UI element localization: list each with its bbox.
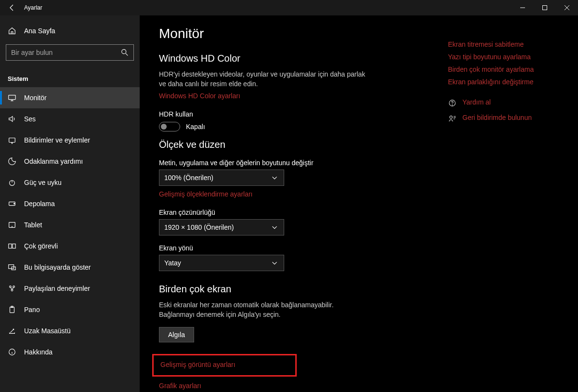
sound-icon [8, 115, 16, 123]
sidebar-item-label: Paylaşılan deneyimler [24, 285, 90, 292]
related-link[interactable]: Yazı tipi boyutunu ayarlama [448, 53, 568, 61]
multi-heading: Birden çok ekran [159, 284, 429, 295]
hdr-toggle-value: Kapalı [186, 123, 205, 131]
sidebar-item-about[interactable]: Hakkında [0, 341, 140, 363]
sidebar-item-label: Uzak Masaüstü [24, 327, 70, 335]
sidebar-item-tablet[interactable]: Tablet [0, 214, 140, 235]
chevron-down-icon [270, 173, 279, 182]
sidebar-item-multitask[interactable]: Çok görevli [0, 235, 140, 257]
clipboard-icon [8, 305, 16, 314]
scale-heading: Ölçek ve düzen [159, 139, 429, 150]
section-label: Sistem [0, 68, 140, 87]
sidebar-item-label: Ses [24, 115, 36, 123]
page-title: Monitör [159, 26, 429, 41]
advanced-display-link[interactable]: Gelişmiş görüntü ayarları [160, 361, 236, 368]
sidebar-item-power[interactable]: Güç ve uyku [0, 172, 140, 193]
help-icon [448, 99, 457, 107]
sidebar: Ana Sayfa Sistem MonitörSesBildirimler v… [0, 15, 140, 392]
related-panel: Ekran titremesi sabitlemeYazı tipi boyut… [448, 15, 578, 392]
sidebar-item-remote[interactable]: Uzak Masaüstü [0, 320, 140, 341]
sidebar-item-label: Bildirimler ve eylemler [24, 136, 90, 144]
feedback-link[interactable]: Geri bildirimde bulunun [462, 114, 532, 121]
hdr-toggle[interactable] [159, 122, 180, 131]
multi-desc: Eski ekranlar her zaman otomatik olarak … [159, 301, 366, 319]
search-input[interactable] [6, 44, 134, 61]
orientation-select[interactable]: Yatay [159, 255, 284, 271]
maximize-button[interactable] [534, 0, 556, 15]
sidebar-item-shared[interactable]: Paylaşılan deneyimler [0, 278, 140, 299]
sidebar-item-label: Monitör [24, 94, 47, 102]
sidebar-item-label: Hakkında [24, 348, 53, 356]
sidebar-item-focus[interactable]: Odaklanma yardımı [0, 151, 140, 172]
power-icon [8, 178, 16, 187]
sidebar-item-clipboard[interactable]: Pano [0, 299, 140, 320]
close-button[interactable] [556, 0, 578, 15]
titlebar: Ayarlar [0, 0, 578, 15]
sidebar-item-label: Tablet [24, 221, 42, 229]
orientation-label: Ekran yönü [159, 244, 429, 252]
sidebar-item-project[interactable]: Bu bilgisayarda göster [0, 257, 140, 278]
nav-list: MonitörSesBildirimler ve eylemlerOdaklan… [0, 87, 140, 392]
svg-point-15 [11, 289, 13, 291]
main-content: Monitör Windows HD Color HDR'yi destekle… [140, 15, 448, 392]
svg-point-6 [14, 203, 15, 204]
remote-icon [8, 327, 16, 335]
chevron-down-icon [270, 259, 279, 267]
chevron-down-icon [270, 223, 279, 232]
related-links: Ekran titremesi sabitlemeYazı tipi boyut… [448, 40, 568, 86]
shared-icon [8, 284, 16, 293]
project-icon [8, 263, 16, 272]
feedback-icon [448, 114, 457, 123]
detect-button[interactable]: Algıla [159, 327, 194, 342]
home-icon [8, 26, 16, 35]
minimize-button[interactable] [512, 0, 534, 15]
back-button[interactable] [0, 0, 23, 15]
scale-label: Metin, uygulama ve diğer öğelerin boyutu… [159, 159, 429, 167]
scale-select[interactable]: 100% (Önerilen) [159, 170, 284, 186]
focus-icon [8, 157, 16, 166]
related-link[interactable]: Ekran parlaklığını değiştirme [448, 78, 568, 86]
storage-icon [8, 199, 16, 208]
sidebar-item-monitor[interactable]: Monitör [0, 87, 140, 108]
window-title: Ayarlar [24, 4, 42, 11]
svg-point-20 [452, 105, 453, 105]
svg-rect-16 [10, 307, 14, 313]
svg-rect-2 [9, 95, 15, 100]
svg-rect-0 [543, 6, 547, 10]
feedback-row[interactable]: Geri bildirimde bulunun [448, 114, 568, 123]
svg-rect-9 [9, 244, 12, 248]
resolution-label: Ekran çözünürlüğü [159, 209, 429, 216]
monitor-icon [8, 93, 16, 102]
hdcolor-heading: Windows HD Color [159, 53, 429, 64]
graphics-link[interactable]: Grafik ayarları [159, 382, 201, 390]
advanced-scale-link[interactable]: Gelişmiş ölçeklendirme ayarları [159, 190, 253, 198]
about-icon [8, 348, 16, 356]
sidebar-item-storage[interactable]: Depolama [0, 193, 140, 214]
hdr-label: HDR kullan [159, 110, 429, 118]
help-row[interactable]: Yardım al [448, 98, 568, 108]
resolution-select[interactable]: 1920 × 1080 (Önerilen) [159, 219, 284, 235]
sidebar-item-label: Çok görevli [24, 242, 58, 250]
resolution-value: 1920 × 1080 (Önerilen) [164, 223, 234, 231]
svg-rect-10 [13, 244, 15, 248]
sidebar-item-sound[interactable]: Ses [0, 108, 140, 130]
hdcolor-desc: HDR'yi destekleyen videolar, oyunlar ve … [159, 70, 366, 89]
notifications-icon [8, 136, 16, 144]
help-link[interactable]: Yardım al [462, 98, 491, 106]
sidebar-item-label: Güç ve uyku [24, 179, 62, 186]
hdcolor-link[interactable]: Windows HD Color ayarları [159, 92, 240, 100]
tablet-icon [8, 221, 16, 229]
orientation-value: Yatay [164, 259, 181, 267]
sidebar-item-notifications[interactable]: Bildirimler ve eylemler [0, 130, 140, 151]
home-link[interactable]: Ana Sayfa [0, 21, 140, 40]
home-label: Ana Sayfa [24, 27, 55, 35]
sidebar-item-label: Odaklanma yardımı [24, 157, 83, 165]
svg-point-8 [12, 226, 13, 227]
svg-point-21 [450, 116, 452, 118]
sidebar-item-label: Pano [24, 306, 40, 314]
related-link[interactable]: Birden çok monitör ayarlama [448, 65, 568, 73]
multitask-icon [8, 242, 16, 250]
related-link[interactable]: Ekran titremesi sabitleme [448, 40, 568, 48]
sidebar-item-label: Bu bilgisayarda göster [24, 263, 91, 271]
svg-rect-3 [9, 138, 15, 143]
